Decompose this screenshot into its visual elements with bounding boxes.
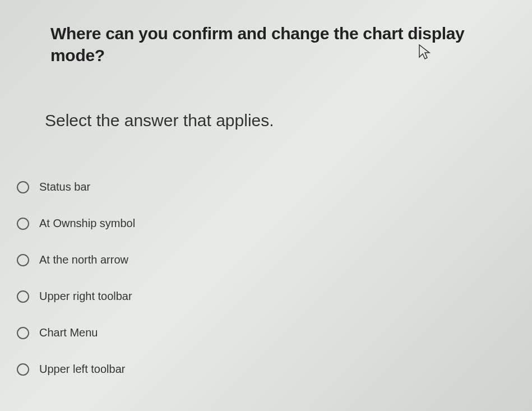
option-label: Chart Menu	[39, 326, 98, 339]
option-label: At the north arrow	[39, 253, 128, 266]
question-instruction: Select the answer that applies.	[45, 111, 493, 130]
option-ownship-symbol[interactable]: At Ownship symbol	[17, 217, 493, 230]
radio-icon[interactable]	[17, 181, 29, 193]
radio-icon[interactable]	[17, 218, 29, 230]
option-upper-left-toolbar[interactable]: Upper left toolbar	[17, 363, 493, 376]
options-list: Status bar At Ownship symbol At the nort…	[17, 181, 493, 376]
option-chart-menu[interactable]: Chart Menu	[17, 326, 493, 339]
option-upper-right-toolbar[interactable]: Upper right toolbar	[17, 290, 493, 303]
radio-icon[interactable]	[17, 363, 29, 376]
radio-icon[interactable]	[17, 254, 29, 266]
option-status-bar[interactable]: Status bar	[17, 181, 493, 193]
radio-icon[interactable]	[17, 327, 29, 339]
option-label: Upper left toolbar	[39, 363, 125, 376]
radio-icon[interactable]	[17, 290, 29, 303]
option-north-arrow[interactable]: At the north arrow	[17, 253, 493, 266]
option-label: Status bar	[39, 181, 90, 193]
question-container: Where can you confirm and change the cha…	[0, 0, 532, 387]
question-title: Where can you confirm and change the cha…	[50, 22, 493, 66]
option-label: At Ownship symbol	[39, 217, 135, 230]
option-label: Upper right toolbar	[39, 290, 132, 303]
